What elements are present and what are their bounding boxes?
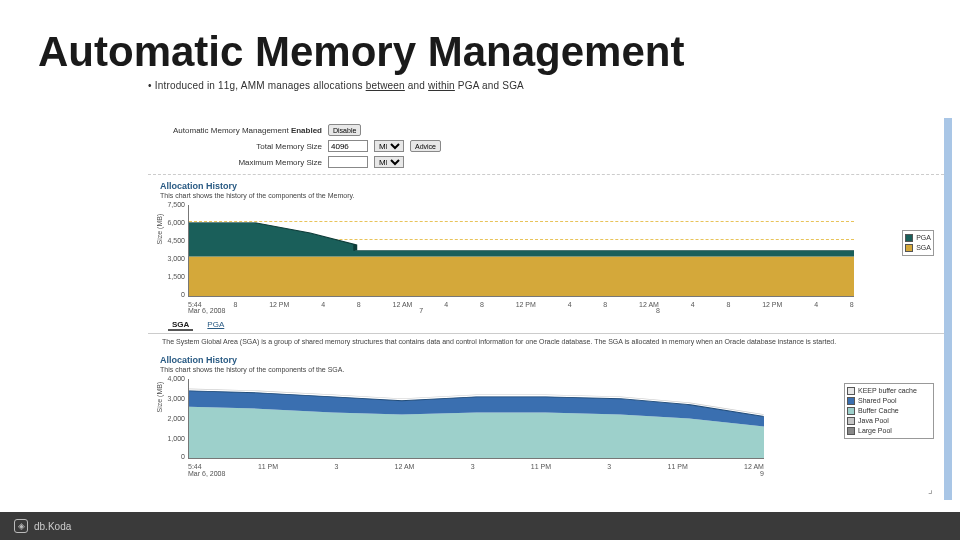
ytick: 1,000 [159,435,185,442]
sga-allocation-chart: Size (MB) 4,000 3,000 2,000 1,000 0 KEEP… [188,379,764,459]
ytick: 6,000 [159,219,185,226]
bullet-text-3: PGA and SGA [455,80,524,91]
ytick: 3,000 [159,395,185,402]
ytick: 2,000 [159,415,185,422]
chart1-svg [189,205,854,296]
ytick: 0 [159,291,185,298]
alloc-history-desc-2: This chart shows the history of the comp… [148,366,944,373]
ytick: 1,500 [159,273,185,280]
oem-panel: Automatic Memory Management Enabled Disa… [148,118,952,500]
bullet-text-2: and [405,80,428,91]
bullet-underline-2: within [428,80,455,91]
brand-name: db.Koda [34,521,71,532]
sga-description: The System Global Area (SGA) is a group … [148,334,944,345]
slide-title: Automatic Memory Management [0,0,960,80]
brand-logo-icon: ◈ [14,519,28,533]
ytick: 4,000 [159,375,185,382]
chart2-xsub: Mar 6, 2008 9 [188,470,764,477]
ytick: 4,500 [159,237,185,244]
disable-button[interactable]: Disable [328,124,361,136]
tab-sga[interactable]: SGA [168,320,193,331]
chart2-xticks: 5:4411 PM3 12 AM311 PM 311 PM12 AM [188,463,764,470]
svg-marker-1 [189,223,854,257]
slide-footer: ◈ db.Koda [0,512,960,540]
chart1-legend: PGA SGA [902,230,934,256]
sga-pga-tabs: SGA PGA [148,314,944,334]
tab-pga[interactable]: PGA [203,320,228,331]
advice-button[interactable]: Advice [410,140,441,152]
memory-allocation-chart: Size (MB) 7,500 6,000 4,500 3,000 1,500 … [188,205,854,297]
bullet-underline-1: between [366,80,405,91]
ytick: 3,000 [159,255,185,262]
ytick: 0 [159,453,185,460]
max-memory-label: Maximum Memory Size [162,158,322,167]
amm-status-row: Automatic Memory Management Enabled Disa… [148,118,944,138]
alloc-history-heading-2: Allocation History [148,349,944,366]
total-memory-label: Total Memory Size [162,142,322,151]
chart1-xsub: Mar 6, 2008 7 8 [188,307,854,314]
alloc-history-desc-1: This chart shows the history of the comp… [148,192,944,199]
total-memory-input[interactable] [328,140,368,152]
chart2-svg [189,379,764,458]
intro-bullet: Introduced in 11g, AMM manages allocatio… [0,80,960,91]
total-memory-unit-select[interactable]: MB [374,140,404,152]
ytick: 7,500 [159,201,185,208]
max-memory-unit-select[interactable]: MB [374,156,404,168]
bullet-text: Introduced in 11g, AMM manages allocatio… [155,80,366,91]
max-memory-input[interactable] [328,156,368,168]
alloc-history-heading-1: Allocation History [148,174,944,192]
amm-status-label: Automatic Memory Management Enabled [162,126,322,135]
total-memory-row: Total Memory Size MB Advice [148,138,944,154]
max-memory-row: Maximum Memory Size MB [148,154,944,170]
chart2-legend: KEEP buffer cache Shared Pool Buffer Cac… [844,383,934,439]
resize-handle-icon: ⌟ [928,484,940,496]
svg-marker-0 [189,256,854,296]
